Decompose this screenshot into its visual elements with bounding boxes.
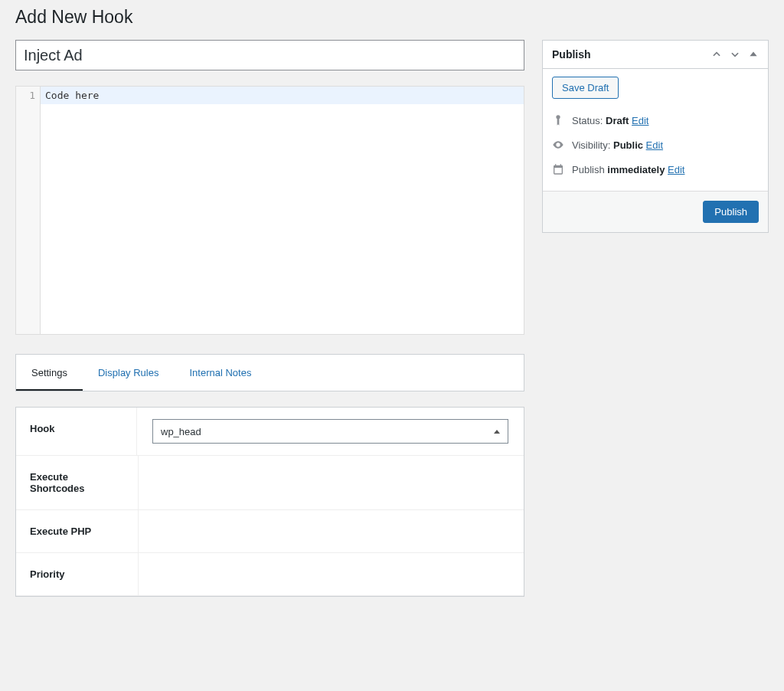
publish-box: Publish Save Draft Status: Draft	[542, 40, 769, 233]
chevron-up-icon[interactable]	[711, 49, 722, 60]
hook-label: Hook	[16, 408, 137, 455]
settings-panel: Hook wp_head Execute Shortcodes Execute …	[15, 407, 524, 597]
tab-internal-notes[interactable]: Internal Notes	[174, 355, 266, 391]
code-editor[interactable]: 1 Code here	[15, 86, 524, 335]
code-line[interactable]: Code here	[41, 87, 524, 104]
title-input[interactable]	[15, 40, 524, 70]
tab-display-rules[interactable]: Display Rules	[83, 355, 174, 391]
publish-button[interactable]: Publish	[703, 201, 759, 223]
hook-select-value: wp_head	[161, 426, 201, 437]
visibility-text: Visibility: Public Edit	[572, 139, 663, 151]
chevron-up-icon	[494, 430, 500, 434]
key-icon	[552, 114, 564, 126]
edit-publish-time-link[interactable]: Edit	[668, 164, 684, 175]
execute-php-label: Execute PHP	[16, 510, 139, 552]
code-gutter: 1	[16, 87, 41, 334]
publish-time-text: Publish immediately Edit	[572, 164, 684, 175]
execute-shortcodes-label: Execute Shortcodes	[16, 456, 139, 509]
tabs-panel: Settings Display Rules Internal Notes	[15, 354, 524, 391]
edit-status-link[interactable]: Edit	[632, 115, 648, 126]
status-text: Status: Draft Edit	[572, 115, 648, 126]
priority-label: Priority	[16, 553, 139, 595]
chevron-down-icon[interactable]	[730, 49, 740, 60]
eye-icon	[552, 139, 564, 151]
save-draft-button[interactable]: Save Draft	[552, 77, 619, 99]
line-number: 1	[16, 90, 35, 101]
publish-box-title: Publish	[552, 48, 591, 61]
hook-select[interactable]: wp_head	[152, 419, 508, 444]
caret-up-icon[interactable]	[748, 49, 759, 60]
tab-settings[interactable]: Settings	[16, 355, 83, 391]
edit-visibility-link[interactable]: Edit	[646, 139, 663, 151]
page-title: Add New Hook	[15, 0, 769, 31]
calendar-icon	[552, 163, 564, 175]
